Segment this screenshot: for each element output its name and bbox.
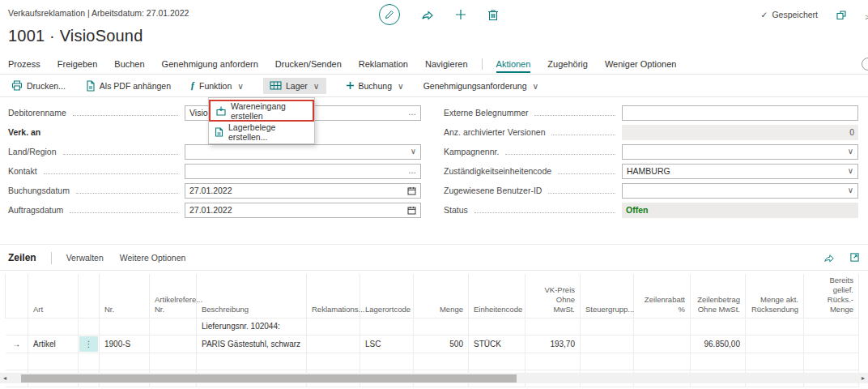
menu-drucken-senden[interactable]: Drucken/Senden — [275, 59, 342, 69]
chevron-down-icon[interactable]: ∨ — [848, 186, 853, 194]
cell-artikelref[interactable] — [150, 318, 197, 335]
menu-zugehoerig[interactable]: Zugehörig — [547, 59, 588, 69]
menu-buchen[interactable]: Buchen — [114, 59, 144, 69]
edit-button[interactable] — [379, 4, 400, 25]
collapse-icon[interactable]: > — [865, 13, 868, 22]
col-menge-akt[interactable]: Menge akt. Rücksendung — [746, 274, 804, 318]
cell-betrag[interactable] — [691, 318, 746, 335]
chevron-down-icon: ∨ — [533, 81, 539, 91]
chevron-down-icon: ∨ — [398, 81, 404, 91]
drucken-button[interactable]: Drucken... — [11, 80, 66, 91]
auftragsdatum-input[interactable]: 27.01.2022 — [185, 203, 421, 218]
cell-bereits[interactable] — [804, 318, 859, 335]
kontakt-input[interactable]: … — [185, 164, 421, 179]
menu-reklamation[interactable]: Reklamation — [359, 59, 408, 69]
cell-vkpreis[interactable]: 193,70 — [525, 335, 581, 353]
col-zeilenbetrag[interactable]: Zeilenbetrag Ohne MwSt. — [691, 274, 746, 318]
menu-prozess[interactable]: Prozess — [8, 59, 40, 69]
col-artikelreferenz[interactable]: Artikelrefere... Nr. — [150, 274, 197, 318]
cell-menge[interactable] — [414, 318, 469, 335]
menu-aktionen-active[interactable]: Aktionen — [496, 59, 531, 73]
col-nr[interactable]: Nr. — [100, 274, 150, 318]
horizontal-scrollbar[interactable]: ◂ ▸ — [0, 373, 868, 383]
funktion-menu-button[interactable]: ƒ Funktion ∨ — [190, 79, 244, 92]
lookup-ellipsis-icon[interactable]: … — [408, 167, 416, 175]
cell-art[interactable] — [28, 318, 79, 335]
cell-nr[interactable] — [100, 318, 150, 335]
new-button[interactable] — [455, 9, 466, 20]
lookup-ellipsis-icon[interactable]: … — [408, 109, 416, 117]
als-pdf-anhaengen-button[interactable]: Als PDF anhängen — [85, 80, 171, 92]
cell-selector[interactable]: ⋮ — [79, 335, 100, 353]
function-icon: ƒ — [190, 79, 195, 92]
share-button[interactable] — [421, 8, 434, 21]
cell-lagerort[interactable] — [360, 318, 414, 335]
lines-title[interactable]: Zeilen — [8, 252, 36, 263]
menu-navigieren[interactable]: Navigieren — [425, 59, 468, 69]
col-vk-preis[interactable]: VK-Preis Ohne MwSt. — [525, 274, 581, 318]
cell-steuer[interactable] — [581, 335, 634, 353]
calendar-icon[interactable] — [407, 186, 416, 195]
col-menge[interactable]: Menge — [414, 274, 469, 318]
menu-genehmigung-anfordern[interactable]: Genehmigung anfordern — [162, 59, 258, 69]
menu-weniger-optionen[interactable]: Weniger Optionen — [605, 59, 676, 69]
cell-einheit[interactable]: STÜCK — [469, 335, 525, 353]
zustaendigkeitseinheitencode-select[interactable]: HAMBURG ∨ — [622, 164, 858, 179]
land-region-select[interactable]: ∨ — [185, 144, 421, 160]
buchung-menu-button[interactable]: Buchung ∨ — [346, 81, 404, 91]
verwalten-menu[interactable]: Verwalten — [66, 253, 104, 263]
col-lagerortcode[interactable]: Lagerortcode — [360, 274, 414, 318]
cell-einheit[interactable] — [469, 318, 525, 335]
menuitem-lagerbelege-erstellen[interactable]: Lagerbelege erstellen... — [209, 122, 314, 142]
cell-bereits[interactable] — [804, 335, 859, 353]
chevron-down-icon[interactable]: ∨ — [411, 147, 416, 156]
cell-reklamation[interactable] — [307, 318, 360, 335]
kampagnennr-select[interactable]: ∨ — [622, 144, 858, 160]
cell-reklamation[interactable] — [307, 335, 360, 353]
open-in-window-button[interactable] — [836, 9, 847, 20]
col-steuergruppe[interactable]: Steuergrupp... — [581, 274, 634, 318]
col-bereits-gelief[interactable]: Bereits gelief. Rücks.-Menge — [804, 274, 859, 318]
chevron-down-icon[interactable]: ∨ — [848, 167, 853, 175]
cell-menge-akt[interactable] — [746, 335, 804, 353]
cell-beschreibung[interactable]: PARIS Gästestuhl, schwarz — [197, 335, 307, 353]
cell-lagerort[interactable]: LSC — [360, 335, 414, 353]
share-lines-button[interactable] — [823, 252, 835, 263]
weitere-optionen-menu[interactable]: Weitere Optionen — [120, 253, 186, 263]
menuitem-wareneingang-erstellen[interactable]: Wareneingang erstellen — [209, 100, 314, 122]
cell-art[interactable]: Artikel — [28, 335, 79, 353]
cell-rabatt[interactable] — [634, 335, 691, 353]
lager-menu-button[interactable]: Lager ∨ — [263, 78, 326, 94]
col-art[interactable]: Art — [28, 274, 79, 318]
scroll-left-icon[interactable]: ◂ — [0, 373, 10, 383]
scrollbar-thumb[interactable] — [21, 374, 517, 383]
cell-nr[interactable]: 1900-S — [100, 335, 150, 353]
col-reklamation[interactable]: Reklamations... — [307, 274, 360, 318]
col-einheitencode[interactable]: Einheitencode — [469, 274, 525, 318]
genehmigungsanforderung-menu-button[interactable]: Genehmigungsanforderung ∨ — [423, 81, 539, 91]
assistant-icon[interactable] — [862, 58, 868, 71]
cell-steuer[interactable] — [581, 318, 634, 335]
col-zeilenrabatt[interactable]: Zeilenrabatt % — [634, 274, 691, 318]
buchungsdatum-input[interactable]: 27.01.2022 — [185, 183, 421, 199]
cell-menge-akt[interactable] — [746, 318, 804, 335]
col-beschreibung[interactable]: Beschreibung — [197, 274, 307, 318]
cell-betrag[interactable]: 96.850,00 — [691, 335, 746, 353]
cell-rabatt[interactable] — [634, 318, 691, 335]
cell-menge[interactable]: 500 — [414, 335, 469, 353]
cell-selector[interactable] — [79, 318, 100, 335]
cell-beschreibung[interactable]: Lieferungsnr. 102044: — [197, 318, 307, 335]
zugewiesene-benutzer-id-select[interactable]: ∨ — [622, 183, 858, 199]
chevron-down-icon[interactable]: ∨ — [848, 147, 853, 156]
scroll-right-icon[interactable]: ▸ — [858, 373, 868, 383]
cell-vkpreis[interactable] — [525, 318, 581, 335]
breadcrumb[interactable]: Verkaufsreklamation | Arbeitsdatum: 27.0… — [8, 8, 189, 18]
menu-freigeben[interactable]: Freigeben — [57, 59, 98, 69]
calendar-icon[interactable] — [407, 206, 416, 215]
cell-artikelref[interactable] — [150, 335, 197, 353]
expand-lines-button[interactable] — [849, 252, 860, 263]
externe-belegnummer-input[interactable] — [622, 105, 858, 121]
dotted-leader — [548, 187, 615, 194]
delete-button[interactable] — [487, 9, 499, 21]
row-options-icon[interactable]: ⋮ — [79, 336, 98, 352]
